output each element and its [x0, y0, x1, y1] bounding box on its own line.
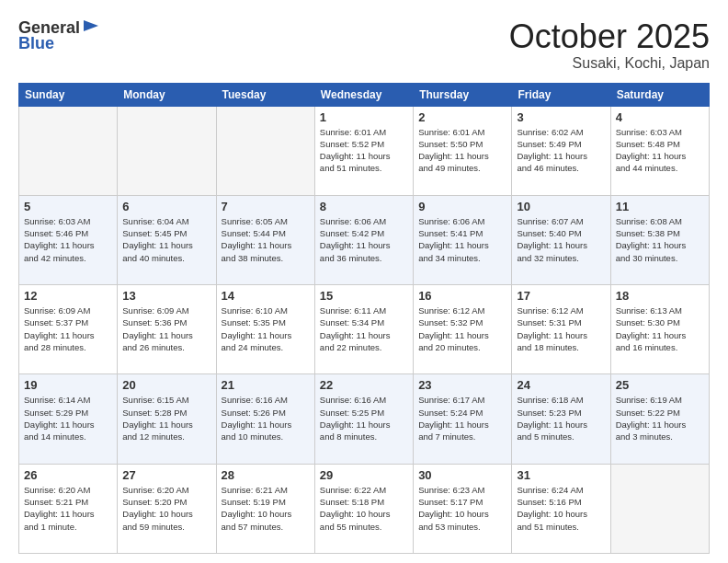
day-number: 23 [418, 378, 506, 392]
day-number: 17 [517, 289, 605, 303]
day-info: Sunrise: 6:19 AM Sunset: 5:22 PM Dayligh… [616, 394, 704, 442]
day-info: Sunrise: 6:06 AM Sunset: 5:42 PM Dayligh… [320, 215, 408, 264]
day-number: 4 [616, 110, 704, 124]
day-info: Sunrise: 6:05 AM Sunset: 5:44 PM Dayligh… [222, 215, 310, 264]
calendar-week-row: 26Sunrise: 6:20 AM Sunset: 5:21 PM Dayli… [19, 464, 710, 553]
table-row: 14Sunrise: 6:10 AM Sunset: 5:35 PM Dayli… [216, 285, 314, 374]
day-info: Sunrise: 6:24 AM Sunset: 5:16 PM Dayligh… [517, 484, 605, 533]
location: Susaki, Kochi, Japan [509, 55, 710, 72]
day-info: Sunrise: 6:23 AM Sunset: 5:17 PM Dayligh… [418, 484, 506, 533]
day-info: Sunrise: 6:13 AM Sunset: 5:30 PM Dayligh… [616, 304, 704, 353]
table-row: 16Sunrise: 6:12 AM Sunset: 5:32 PM Dayli… [414, 285, 512, 374]
day-info: Sunrise: 6:20 AM Sunset: 5:20 PM Dayligh… [122, 484, 210, 533]
day-info: Sunrise: 6:07 AM Sunset: 5:40 PM Dayligh… [517, 215, 605, 264]
day-info: Sunrise: 6:12 AM Sunset: 5:32 PM Dayligh… [418, 304, 506, 353]
table-row: 18Sunrise: 6:13 AM Sunset: 5:30 PM Dayli… [610, 285, 709, 374]
day-number: 20 [122, 378, 210, 392]
table-row: 4Sunrise: 6:03 AM Sunset: 5:48 PM Daylig… [610, 106, 709, 195]
day-info: Sunrise: 6:10 AM Sunset: 5:35 PM Dayligh… [222, 304, 310, 353]
table-row: 24Sunrise: 6:18 AM Sunset: 5:23 PM Dayli… [512, 374, 610, 464]
day-number: 31 [517, 468, 605, 482]
day-info: Sunrise: 6:04 AM Sunset: 5:45 PM Dayligh… [122, 215, 210, 264]
table-row: 22Sunrise: 6:16 AM Sunset: 5:25 PM Dayli… [314, 374, 413, 464]
day-number: 18 [616, 289, 704, 303]
table-row: 27Sunrise: 6:20 AM Sunset: 5:20 PM Dayli… [118, 464, 216, 553]
day-info: Sunrise: 6:03 AM Sunset: 5:46 PM Dayligh… [24, 215, 112, 264]
day-info: Sunrise: 6:20 AM Sunset: 5:21 PM Dayligh… [24, 484, 112, 533]
day-number: 12 [24, 289, 112, 303]
table-row: 23Sunrise: 6:17 AM Sunset: 5:24 PM Dayli… [414, 374, 512, 464]
day-number: 27 [122, 468, 210, 482]
table-row: 25Sunrise: 6:19 AM Sunset: 5:22 PM Dayli… [610, 374, 709, 464]
day-number: 6 [122, 200, 210, 213]
table-row: 20Sunrise: 6:15 AM Sunset: 5:28 PM Dayli… [118, 374, 216, 464]
day-number: 26 [24, 468, 112, 482]
table-row: 17Sunrise: 6:12 AM Sunset: 5:31 PM Dayli… [512, 285, 610, 374]
table-row: 3Sunrise: 6:02 AM Sunset: 5:49 PM Daylig… [512, 106, 610, 195]
day-number: 9 [418, 200, 506, 213]
header-sunday: Sunday [19, 83, 118, 106]
page: General Blue October 2025 Susaki, Kochi,… [0, 0, 728, 563]
table-row: 6Sunrise: 6:04 AM Sunset: 5:45 PM Daylig… [118, 195, 216, 284]
table-row: 19Sunrise: 6:14 AM Sunset: 5:29 PM Dayli… [19, 374, 118, 464]
header-wednesday: Wednesday [314, 83, 413, 106]
day-info: Sunrise: 6:11 AM Sunset: 5:34 PM Dayligh… [320, 304, 408, 353]
day-info: Sunrise: 6:14 AM Sunset: 5:29 PM Dayligh… [24, 394, 112, 442]
day-info: Sunrise: 6:16 AM Sunset: 5:26 PM Dayligh… [222, 394, 310, 442]
table-row [118, 106, 216, 195]
logo: General Blue [18, 18, 100, 53]
logo-flag-icon [82, 18, 100, 37]
day-info: Sunrise: 6:18 AM Sunset: 5:23 PM Dayligh… [517, 394, 605, 442]
header-saturday: Saturday [610, 83, 709, 106]
day-info: Sunrise: 6:12 AM Sunset: 5:31 PM Dayligh… [517, 304, 605, 353]
day-number: 21 [222, 378, 310, 392]
day-info: Sunrise: 6:16 AM Sunset: 5:25 PM Dayligh… [320, 394, 408, 442]
table-row: 9Sunrise: 6:06 AM Sunset: 5:41 PM Daylig… [414, 195, 512, 284]
day-number: 10 [517, 200, 605, 213]
table-row [19, 106, 118, 195]
table-row [610, 464, 709, 553]
day-number: 13 [122, 289, 210, 303]
day-number: 2 [418, 110, 506, 124]
svg-marker-0 [84, 20, 98, 31]
calendar-week-row: 1Sunrise: 6:01 AM Sunset: 5:52 PM Daylig… [19, 106, 710, 195]
header-monday: Monday [118, 83, 216, 106]
table-row: 7Sunrise: 6:05 AM Sunset: 5:44 PM Daylig… [216, 195, 314, 284]
logo-blue-text: Blue [18, 34, 54, 53]
day-number: 25 [616, 378, 704, 392]
day-info: Sunrise: 6:08 AM Sunset: 5:38 PM Dayligh… [616, 215, 704, 264]
calendar-week-row: 12Sunrise: 6:09 AM Sunset: 5:37 PM Dayli… [19, 285, 710, 374]
day-number: 29 [320, 468, 408, 482]
table-row: 26Sunrise: 6:20 AM Sunset: 5:21 PM Dayli… [19, 464, 118, 553]
day-number: 7 [222, 200, 310, 213]
calendar-header-row: Sunday Monday Tuesday Wednesday Thursday… [19, 83, 710, 106]
table-row: 21Sunrise: 6:16 AM Sunset: 5:26 PM Dayli… [216, 374, 314, 464]
day-info: Sunrise: 6:22 AM Sunset: 5:18 PM Dayligh… [320, 484, 408, 533]
day-number: 30 [418, 468, 506, 482]
header-thursday: Thursday [414, 83, 512, 106]
table-row: 5Sunrise: 6:03 AM Sunset: 5:46 PM Daylig… [19, 195, 118, 284]
day-info: Sunrise: 6:02 AM Sunset: 5:49 PM Dayligh… [517, 126, 605, 175]
day-info: Sunrise: 6:21 AM Sunset: 5:19 PM Dayligh… [222, 484, 310, 533]
header-friday: Friday [512, 83, 610, 106]
day-number: 24 [517, 378, 605, 392]
table-row: 28Sunrise: 6:21 AM Sunset: 5:19 PM Dayli… [216, 464, 314, 553]
day-number: 5 [24, 200, 112, 213]
header-tuesday: Tuesday [216, 83, 314, 106]
table-row: 1Sunrise: 6:01 AM Sunset: 5:52 PM Daylig… [314, 106, 413, 195]
day-info: Sunrise: 6:09 AM Sunset: 5:36 PM Dayligh… [122, 304, 210, 353]
table-row: 15Sunrise: 6:11 AM Sunset: 5:34 PM Dayli… [314, 285, 413, 374]
table-row: 10Sunrise: 6:07 AM Sunset: 5:40 PM Dayli… [512, 195, 610, 284]
table-row: 29Sunrise: 6:22 AM Sunset: 5:18 PM Dayli… [314, 464, 413, 553]
calendar-table: Sunday Monday Tuesday Wednesday Thursday… [18, 83, 710, 554]
day-info: Sunrise: 6:15 AM Sunset: 5:28 PM Dayligh… [122, 394, 210, 442]
day-number: 3 [517, 110, 605, 124]
day-info: Sunrise: 6:01 AM Sunset: 5:52 PM Dayligh… [320, 126, 408, 175]
month-title: October 2025 [509, 18, 710, 55]
table-row: 11Sunrise: 6:08 AM Sunset: 5:38 PM Dayli… [610, 195, 709, 284]
day-number: 11 [616, 200, 704, 213]
calendar-week-row: 19Sunrise: 6:14 AM Sunset: 5:29 PM Dayli… [19, 374, 710, 464]
day-number: 14 [222, 289, 310, 303]
table-row: 8Sunrise: 6:06 AM Sunset: 5:42 PM Daylig… [314, 195, 413, 284]
calendar-week-row: 5Sunrise: 6:03 AM Sunset: 5:46 PM Daylig… [19, 195, 710, 284]
